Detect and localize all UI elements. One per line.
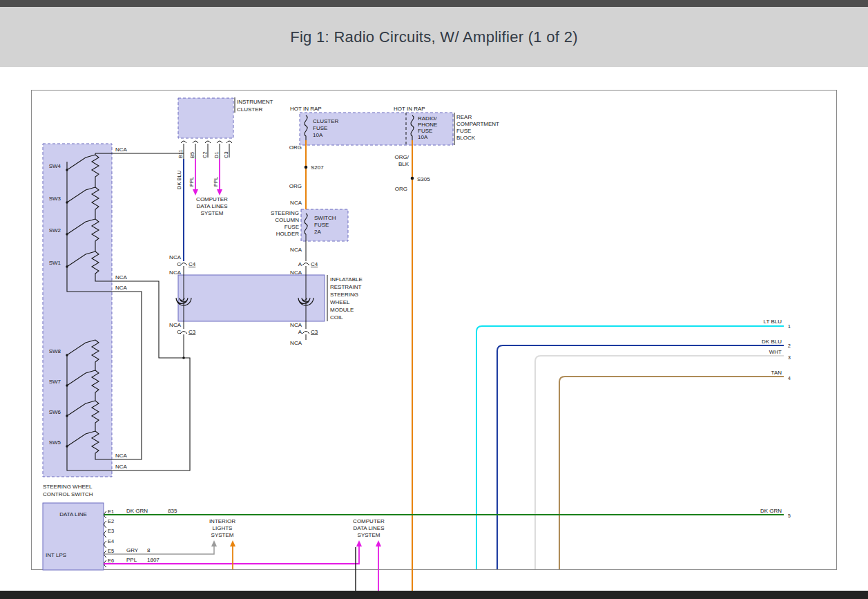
label-org: ORG [289, 183, 302, 189]
connector-c3-label: C3 [189, 329, 196, 335]
fuse-block-label: REAR [456, 114, 472, 120]
label-tan: TAN [771, 370, 782, 376]
label-dk-grn: DK GRN [126, 508, 148, 514]
system-label: COMPUTER [196, 196, 228, 202]
label-nca: NCA [290, 322, 302, 328]
system-label: SYSTEM [358, 532, 380, 538]
circuit-number: 835 [168, 508, 177, 514]
wiring-diagram-canvas[interactable]: INSTRUMENT CLUSTER REAR COMPARTMENT FUSE… [0, 0, 868, 599]
pin-letter: C [177, 329, 181, 335]
label-nca: NCA [115, 285, 128, 291]
label-nca: NCA [290, 200, 302, 206]
system-label: SYSTEM [211, 532, 234, 538]
fuse-holder-label: HOLDER [276, 231, 300, 237]
system-label: LIGHTS [213, 525, 233, 531]
fuse-block-label: FUSE [456, 128, 471, 134]
label-org-blk: ORG/ [395, 154, 409, 160]
connector-c3-label: C3 [311, 329, 318, 335]
switch-fuse-label: FUSE [314, 222, 329, 228]
diagram-viewport[interactable] [32, 91, 837, 570]
pin-label: E5 [108, 548, 114, 554]
label-nca: NCA [115, 453, 128, 459]
fuse-block-label: COMPARTMENT [456, 121, 499, 127]
coil-module-label: STEERING [330, 292, 358, 298]
system-label: COMPUTER [353, 518, 385, 524]
coil-module-label: WHEEL [330, 299, 350, 305]
label-dk-blu: DK BLU [762, 339, 782, 345]
switch-label: SW2 [49, 227, 61, 234]
label-nca: NCA [290, 340, 302, 346]
cluster-fuse-label: FUSE [313, 125, 327, 131]
label-org-blk: BLK [398, 161, 409, 167]
label-nca: NCA [169, 254, 182, 260]
terminal-number: 2 [788, 343, 791, 348]
pin-label: E2 [108, 518, 114, 524]
radio-fuse-label: 10A [418, 134, 428, 140]
fuse-holder-label: STEERING [271, 210, 299, 216]
splice-s207-label: S207 [311, 164, 324, 171]
switch-fuse-label: SWITCH [314, 215, 336, 221]
circuit-number: 8 [147, 547, 151, 553]
coil-module-label: COIL [330, 314, 343, 321]
splice-s305-label: S305 [417, 176, 430, 182]
switch-label: SW1 [49, 260, 61, 266]
connector-c4-label: C4 [189, 261, 196, 267]
steering-wheel-control-switch-box: SW4 SW3 SW2 SW1 SW8 SW7 SW6 SW5 STEERING… [43, 144, 112, 497]
label-nca: NCA [290, 269, 302, 276]
splice-s207-dot [305, 166, 308, 169]
data-line-module-name: DATA LINE [59, 511, 87, 517]
instrument-cluster-label: INSTRUMENT [237, 99, 273, 105]
label-nca: NCA [115, 464, 128, 470]
pin-label: E3 [108, 528, 114, 534]
pin-label: B5 [189, 152, 195, 158]
system-label: DATA LINES [196, 203, 227, 209]
pin-letter: C [177, 261, 181, 267]
terminal-number: 1 [788, 324, 791, 329]
label-nca: NCA [115, 274, 128, 281]
instrument-cluster-label: CLUSTER [237, 106, 263, 113]
switch-label: SW5 [49, 439, 61, 446]
terminal-number: 5 [788, 513, 791, 518]
fuse-holder-label: FUSE [284, 224, 299, 230]
label-gry: GRY [126, 547, 139, 553]
steering-switch-name: CONTROL SWITCH [43, 491, 93, 497]
splice-s305-dot [411, 177, 414, 180]
pin-label: E1 [108, 508, 114, 515]
terminal-number: 3 [788, 355, 791, 360]
switch-label: SW4 [49, 163, 61, 169]
coil-module-label: MODULE [330, 307, 354, 313]
switch-label: SW7 [49, 379, 61, 385]
label-lt-blu: LT BLU [764, 318, 782, 325]
hot-in-rap-label: HOT IN RAP [394, 106, 425, 112]
fuse-holder-label: COLUMN [275, 217, 299, 223]
label-org: ORG [395, 186, 407, 192]
radio-fuse-label: FUSE [418, 128, 432, 134]
pin-label: E4 [108, 538, 114, 544]
pin-letter: A [298, 329, 302, 335]
system-label: DATA LINES [353, 525, 384, 531]
hot-in-rap-label: HOT IN RAP [290, 106, 322, 112]
coil-module-label: RESTRAINT [330, 284, 361, 290]
pin-label: B11 [177, 149, 184, 158]
label-dk-grn: DK GRN [760, 508, 782, 514]
label-nca: NCA [169, 322, 182, 328]
wire-color-label: DK BLU [176, 171, 182, 189]
pin-letter: A [298, 261, 302, 267]
label-org: ORG [289, 144, 302, 151]
data-line-module-box: DATA LINE INT LPS E1 E2 E3 E4 E5 E6 [43, 503, 114, 570]
radio-fuse-label: RADIO/ [418, 115, 437, 122]
system-label: SYSTEM [201, 210, 224, 216]
connector-c4-label: C4 [311, 261, 318, 267]
cluster-fuse-label: CLUSTER [313, 118, 339, 124]
label-nca: NCA [169, 269, 182, 276]
fuse-block-label: BLOCK [456, 135, 476, 141]
label-nca: NCA [115, 146, 128, 153]
terminal-number: 4 [788, 376, 791, 381]
cluster-fuse-label: 10A [313, 132, 323, 138]
wire-color-label: PPL [189, 177, 195, 187]
switch-label: SW6 [49, 409, 61, 415]
coil-module-label: INFLATABLE [330, 276, 363, 283]
wire-color-label: PPL [213, 177, 219, 187]
switch-fuse-label: 2A [314, 229, 321, 235]
pin-label: C3 [223, 151, 229, 158]
